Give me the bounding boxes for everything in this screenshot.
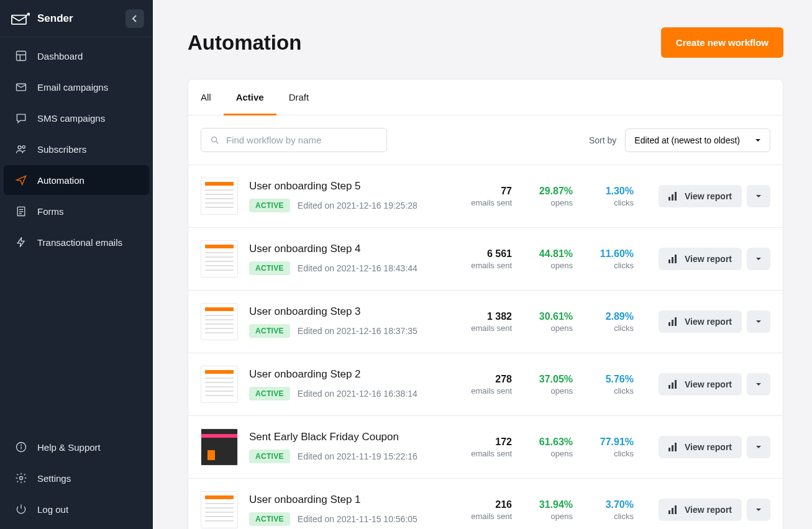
collapse-sidebar-button[interactable]	[125, 9, 144, 28]
stat-opens-label: opens	[533, 386, 573, 396]
caret-down-icon	[755, 194, 762, 198]
sidebar-item-sms-campaigns[interactable]: SMS campaigns	[4, 103, 149, 133]
gear-icon	[15, 472, 27, 484]
stat-sent-label: emails sent	[471, 386, 512, 396]
sidebar-item-label: Subscribers	[37, 144, 86, 155]
caret-down-icon	[755, 138, 761, 142]
svg-point-13	[21, 445, 22, 445]
row-menu-button[interactable]	[747, 436, 770, 458]
stat-sent-value: 172	[471, 436, 512, 448]
workflow-meta: ACTIVE Edited on 2021-11-19 15:22:16	[249, 450, 455, 463]
view-report-button[interactable]: View report	[659, 499, 742, 521]
workflow-thumbnail	[201, 303, 238, 340]
users-icon	[15, 143, 27, 155]
view-report-button[interactable]: View report	[659, 248, 742, 270]
chevron-left-icon	[132, 14, 138, 23]
workflow-title: User onboarding Step 2	[249, 368, 455, 381]
create-workflow-button[interactable]: Create new workflow	[661, 27, 783, 58]
workflow-actions: View report	[659, 436, 770, 458]
sidebar-item-label: Transactional emails	[37, 237, 122, 248]
tab-active[interactable]: Active	[224, 79, 276, 115]
svg-rect-18	[672, 194, 673, 201]
view-report-label: View report	[685, 254, 732, 264]
main-content: Automation Create new workflow All Activ…	[153, 0, 812, 529]
svg-rect-0	[12, 15, 26, 24]
workflow-row: User onboarding Step 1 ACTIVE Edited on …	[188, 479, 783, 529]
sidebar-item-forms[interactable]: Forms	[4, 196, 149, 226]
sidebar-item-transactional[interactable]: Transactional emails	[4, 227, 149, 257]
workflow-info: User onboarding Step 5 ACTIVE Edited on …	[249, 180, 455, 212]
stat-clicks: 5.76% clicks	[589, 374, 639, 396]
stat-sent-label: emails sent	[471, 261, 512, 270]
sidebar-item-dashboard[interactable]: Dashboard	[4, 41, 149, 71]
workflow-meta: ACTIVE Edited on 2021-12-16 16:38:14	[249, 387, 455, 400]
sidebar-item-automation[interactable]: Automation	[4, 165, 149, 195]
lightning-icon	[15, 236, 27, 248]
sidebar-item-email-campaigns[interactable]: Email campaigns	[4, 72, 149, 102]
stat-sent: 1 382 emails sent	[466, 311, 517, 333]
view-report-button[interactable]: View report	[659, 373, 742, 396]
stat-opens-label: opens	[533, 323, 573, 333]
main-nav: Dashboard Email campaigns SMS campaigns …	[0, 37, 153, 431]
stat-sent-label: emails sent	[471, 323, 512, 333]
sidebar-item-help[interactable]: Help & Support	[4, 432, 149, 462]
sidebar-item-label: Log out	[37, 504, 68, 515]
view-report-button[interactable]: View report	[659, 310, 742, 333]
stat-sent-label: emails sent	[471, 198, 512, 207]
row-menu-button[interactable]	[747, 310, 770, 333]
stat-clicks-label: clicks	[594, 449, 634, 458]
row-menu-button[interactable]	[747, 248, 770, 270]
workflow-info: User onboarding Step 3 ACTIVE Edited on …	[249, 305, 455, 338]
caret-down-icon	[755, 508, 762, 512]
sidebar-item-subscribers[interactable]: Subscribers	[4, 134, 149, 164]
stat-clicks: 3.70% clicks	[589, 499, 639, 521]
bar-chart-icon	[668, 380, 678, 389]
sidebar-item-label: Dashboard	[37, 51, 83, 61]
edited-at: Edited on 2021-12-16 18:37:35	[298, 326, 417, 336]
tab-draft[interactable]: Draft	[276, 79, 322, 115]
caret-down-icon	[755, 382, 762, 386]
svg-rect-31	[675, 443, 677, 451]
stat-clicks-label: clicks	[594, 386, 634, 396]
view-report-button[interactable]: View report	[659, 436, 742, 458]
caret-down-icon	[755, 445, 762, 449]
stat-sent-value: 278	[471, 374, 512, 385]
workflow-thumbnail	[201, 366, 238, 403]
svg-rect-33	[672, 508, 673, 514]
sidebar-item-logout[interactable]: Log out	[4, 494, 149, 524]
stat-opens-label: opens	[533, 512, 573, 521]
stat-opens: 29.87% opens	[528, 186, 578, 207]
workflow-actions: View report	[659, 373, 770, 396]
view-report-button[interactable]: View report	[659, 185, 742, 207]
sort-select[interactable]: Edited at (newest to oldest)	[625, 129, 770, 152]
row-menu-button[interactable]	[747, 185, 770, 207]
row-menu-button[interactable]	[747, 499, 770, 521]
svg-rect-34	[675, 505, 677, 514]
bar-chart-icon	[668, 443, 678, 451]
logo-text: Sender	[37, 12, 73, 25]
stat-opens-value: 30.61%	[533, 311, 573, 322]
view-report-label: View report	[685, 442, 732, 452]
page-header: Automation Create new workflow	[188, 27, 783, 58]
tab-all[interactable]: All	[201, 79, 224, 115]
stat-opens-value: 29.87%	[533, 186, 573, 197]
sidebar-item-settings[interactable]: Settings	[4, 463, 149, 493]
workflow-row: Sent Early Black Friday Coupon ACTIVE Ed…	[188, 416, 783, 479]
edited-at: Edited on 2021-12-16 19:25:28	[298, 201, 417, 210]
stat-clicks-label: clicks	[594, 512, 634, 521]
stat-sent-value: 216	[471, 499, 512, 510]
status-badge: ACTIVE	[249, 450, 290, 463]
logo[interactable]: Sender	[11, 11, 73, 26]
workflow-actions: View report	[659, 499, 770, 521]
row-menu-button[interactable]	[747, 373, 770, 396]
bar-chart-icon	[668, 317, 678, 326]
bottom-nav: Help & Support Settings Log out	[0, 431, 153, 529]
svg-rect-22	[675, 255, 677, 263]
svg-rect-23	[668, 322, 670, 326]
svg-rect-25	[675, 317, 677, 326]
stat-sent: 172 emails sent	[466, 436, 517, 458]
search-input[interactable]	[226, 135, 378, 145]
page-title: Automation	[188, 31, 301, 55]
workflow-row: User onboarding Step 4 ACTIVE Edited on …	[188, 228, 783, 291]
dashboard-icon	[15, 50, 27, 62]
